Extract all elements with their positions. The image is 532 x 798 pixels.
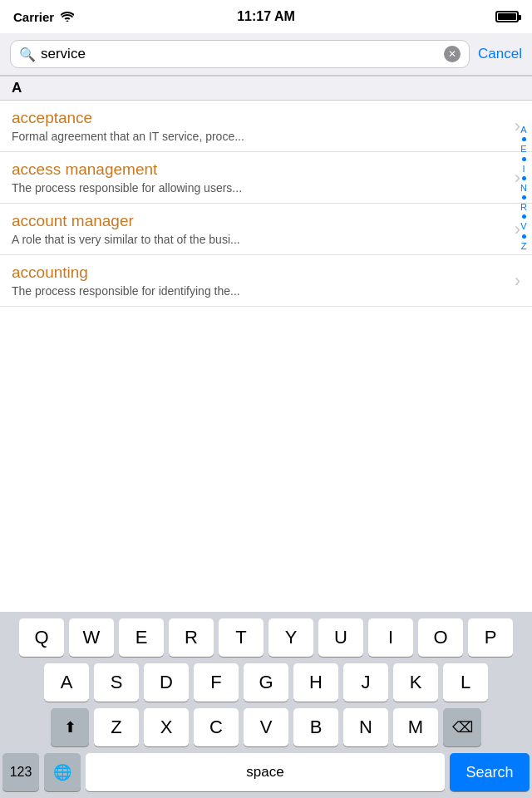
key-h[interactable]: H: [293, 663, 338, 702]
index-dot-2: [522, 157, 526, 161]
search-clear-button[interactable]: ✕: [444, 46, 461, 62]
result-desc-account-manager: A role that is very similar to that of t…: [12, 233, 499, 246]
result-item-account-manager[interactable]: account manager A role that is very simi…: [0, 204, 532, 255]
result-desc-access-management: The process responsible for allowing use…: [12, 181, 499, 195]
index-dot-4: [522, 195, 526, 200]
key-g[interactable]: G: [244, 663, 288, 702]
key-y[interactable]: Y: [268, 618, 313, 657]
key-l[interactable]: L: [443, 663, 488, 702]
key-m[interactable]: M: [393, 708, 438, 746]
key-w[interactable]: W: [69, 618, 114, 657]
delete-key[interactable]: ⌫: [443, 708, 481, 746]
key-t[interactable]: T: [219, 618, 264, 657]
result-title-accounting: accounting: [12, 264, 499, 282]
result-item-access-management[interactable]: access management The process responsibl…: [0, 152, 532, 204]
key-b[interactable]: B: [293, 708, 338, 746]
index-v[interactable]: V: [520, 220, 526, 232]
key-v[interactable]: V: [244, 708, 288, 746]
result-title-acceptance: acceptance: [12, 109, 499, 127]
key-n[interactable]: N: [343, 708, 388, 746]
status-right: [495, 11, 519, 22]
key-z[interactable]: Z: [94, 708, 139, 746]
shift-key[interactable]: ⬆: [51, 708, 89, 746]
key-q[interactable]: Q: [19, 618, 64, 657]
clear-icon: ✕: [448, 49, 456, 59]
status-left: Carrier: [13, 10, 74, 24]
key-d[interactable]: D: [144, 663, 189, 702]
search-bar: 🔍 ✕ Cancel: [0, 33, 532, 76]
index-e[interactable]: E: [520, 143, 526, 155]
wifi-icon: [61, 10, 74, 24]
key-a[interactable]: A: [44, 663, 89, 702]
numbers-key[interactable]: 123: [2, 753, 39, 791]
cancel-button[interactable]: Cancel: [478, 46, 522, 62]
section-header-a: A: [0, 76, 532, 101]
keyboard: Q W E R T Y U I O P A S D F G H J K L ⬆ …: [0, 612, 532, 798]
index-i[interactable]: I: [522, 163, 525, 175]
result-item-acceptance[interactable]: acceptance Formal agreement that an IT s…: [0, 101, 532, 152]
key-o[interactable]: O: [418, 618, 463, 657]
result-item-accounting[interactable]: accounting The process responsible for i…: [0, 255, 532, 307]
keyboard-bottom-row: 123 🌐 space Search: [2, 753, 530, 791]
key-x[interactable]: X: [144, 708, 189, 746]
search-key[interactable]: Search: [450, 753, 530, 791]
key-c[interactable]: C: [194, 708, 239, 746]
search-input[interactable]: [41, 46, 439, 62]
search-input-wrapper: 🔍 ✕: [10, 40, 470, 68]
key-u[interactable]: U: [318, 618, 363, 657]
index-a[interactable]: A: [520, 124, 526, 135]
index-bar: A E I N R V Z: [515, 121, 532, 255]
keyboard-row-2: A S D F G H J K L: [2, 663, 530, 702]
keyboard-row-1: Q W E R T Y U I O P: [2, 618, 530, 657]
carrier-label: Carrier: [13, 10, 54, 24]
key-e[interactable]: E: [119, 618, 164, 657]
index-z[interactable]: Z: [521, 240, 527, 252]
key-j[interactable]: J: [343, 663, 388, 702]
status-bar: Carrier 11:17 AM: [0, 0, 532, 33]
result-title-access-management: access management: [12, 160, 499, 179]
key-k[interactable]: K: [393, 663, 438, 702]
results-list: A acceptance Formal agreement that an IT…: [0, 76, 532, 307]
search-icon: 🔍: [19, 47, 36, 62]
battery-icon: [495, 11, 519, 22]
status-time: 11:17 AM: [237, 9, 295, 24]
index-dot-5: [522, 214, 526, 219]
space-key[interactable]: space: [86, 753, 445, 791]
key-r[interactable]: R: [169, 618, 214, 657]
key-i[interactable]: I: [368, 618, 413, 657]
key-p[interactable]: P: [468, 618, 513, 657]
result-desc-acceptance: Formal agreement that an IT service, pro…: [12, 130, 499, 143]
globe-key[interactable]: 🌐: [44, 753, 81, 791]
key-f[interactable]: F: [194, 663, 239, 702]
index-r[interactable]: R: [520, 201, 527, 213]
svg-point-0: [66, 20, 69, 22]
key-s[interactable]: S: [94, 663, 139, 702]
keyboard-row-3: ⬆ Z X C V B N M ⌫: [2, 708, 530, 746]
index-dot-1: [522, 137, 526, 141]
index-n[interactable]: N: [520, 182, 527, 194]
result-desc-accounting: The process responsible for identifying …: [12, 284, 499, 298]
index-dot-3: [522, 176, 526, 180]
index-dot-6: [522, 234, 526, 239]
result-title-account-manager: account manager: [12, 212, 499, 230]
